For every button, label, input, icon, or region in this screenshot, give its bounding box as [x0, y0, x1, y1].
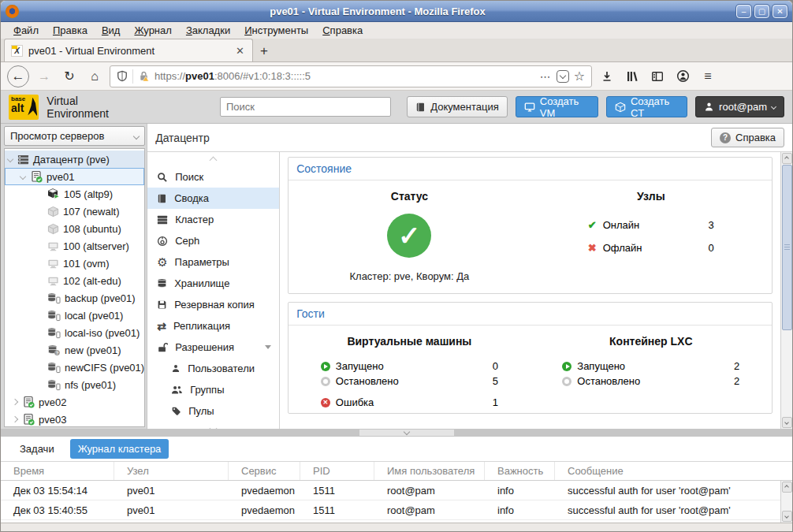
tree-item-vm-100[interactable]: 100 (altserver) — [5, 237, 144, 255]
menu-scroll-up[interactable] — [147, 154, 279, 166]
database-icon — [157, 278, 167, 289]
tree-item-ct-105[interactable]: 105 (altp9) — [5, 185, 144, 203]
tree-item-datacenter[interactable]: Датацентр (pve) — [5, 151, 144, 168]
close-button[interactable] — [773, 5, 787, 18]
minimize-button[interactable] — [736, 5, 751, 18]
tree-item-storage-backup[interactable]: backup (pve01) — [5, 289, 144, 307]
tab-tasks[interactable]: Задачи — [12, 439, 62, 459]
tree-item-vm-101[interactable]: 101 (ovm) — [5, 255, 144, 272]
storage-icon — [47, 379, 61, 391]
menu-view[interactable]: Вид — [95, 24, 127, 37]
tab-pve01[interactable]: X pve01 - Virtual Environment ✕ — [4, 39, 253, 61]
col-pid[interactable]: PID — [300, 462, 374, 480]
scroll-down-button[interactable] — [782, 417, 792, 428]
tree-item-pve02[interactable]: pve02 — [5, 393, 144, 411]
scrollbar-thumb[interactable] — [782, 165, 792, 330]
sidebar-toggle-icon[interactable] — [647, 66, 668, 87]
tree-item-pve03[interactable]: pve03 — [5, 411, 144, 427]
col-time[interactable]: Время — [1, 462, 114, 480]
scroll-down-button[interactable] — [782, 511, 792, 522]
help-button[interactable]: Справка — [711, 128, 784, 147]
url-bar[interactable]: https://pve01:8006/#v1:0:18:3:::::5 ⋯ ☆ — [110, 65, 592, 87]
reload-button[interactable]: ↻ — [59, 66, 80, 87]
menu-item-ceph[interactable]: Ceph — [147, 230, 279, 251]
splitter-collapse-handle[interactable] — [359, 430, 454, 436]
horizontal-splitter[interactable] — [1, 429, 792, 437]
section-collapse-icon[interactable] — [265, 345, 271, 349]
menu-item-backup[interactable]: Резервная копия — [147, 294, 279, 315]
maximize-button[interactable] — [754, 5, 769, 18]
menu-bookmarks[interactable]: Закладки — [180, 24, 236, 37]
scroll-up-button[interactable] — [782, 153, 792, 164]
resource-sidebar: Просмотр серверов Датацентр (pve) pve01 … — [1, 124, 147, 429]
menu-file[interactable]: Файл — [7, 24, 45, 37]
collapsed-chevron-icon[interactable] — [12, 416, 18, 422]
tree-item-storage-new[interactable]: ? new (pve01) — [5, 341, 144, 359]
cluster-ok-icon — [387, 214, 431, 258]
col-user[interactable]: Имя пользователя — [374, 462, 485, 480]
menu-item-options[interactable]: ⚙ Параметры — [147, 251, 279, 273]
account-icon[interactable] — [672, 66, 693, 87]
user-menu-button[interactable]: root@pam — [695, 96, 784, 117]
log-row[interactable]: Дек 03 15:40:55 pve01 pvedaemon 1511 roo… — [1, 500, 780, 520]
menu-item-pools[interactable]: Пулы — [147, 400, 279, 422]
menu-item-groups[interactable]: Группы — [147, 379, 279, 400]
forward-button[interactable]: → — [34, 66, 54, 87]
page-actions-icon[interactable]: ⋯ — [540, 70, 552, 83]
tree-item-storage-local-iso[interactable]: local-iso (pve01) — [5, 324, 144, 341]
menu-tools[interactable]: Инструменты — [238, 24, 315, 37]
home-button[interactable]: ⌂ — [84, 66, 105, 87]
expand-chevron-icon[interactable] — [20, 173, 26, 180]
tree-item-storage-local[interactable]: local (pve01) — [5, 307, 144, 324]
tab-close-icon[interactable]: ✕ — [234, 45, 246, 57]
tree-item-storage-nfs[interactable]: nfs (pve01) — [5, 376, 144, 393]
bookmark-star-icon[interactable]: ☆ — [574, 69, 585, 84]
storage-icon — [47, 362, 61, 374]
downloads-icon[interactable] — [597, 66, 617, 87]
menu-item-storage[interactable]: Хранилище — [147, 273, 279, 294]
create-vm-button[interactable]: Создать VM — [516, 96, 598, 117]
documentation-button[interactable]: Документация — [407, 96, 508, 117]
tree-item-ct-108[interactable]: 108 (ubuntu) — [5, 220, 144, 237]
health-panel-title: Состояние — [289, 158, 772, 180]
tree-item-vm-102[interactable]: 102 (alt-edu) — [5, 272, 144, 289]
view-mode-select[interactable]: Просмотр серверов — [4, 126, 145, 146]
menu-edit[interactable]: Правка — [47, 24, 94, 37]
menu-help[interactable]: Справка — [316, 24, 369, 37]
tree-item-pve01[interactable]: pve01 — [5, 168, 144, 185]
menu-history[interactable]: Журнал — [128, 24, 177, 37]
hamburger-menu-icon[interactable]: ≡ — [698, 66, 718, 87]
menu-item-users[interactable]: Пользователи — [147, 358, 279, 379]
menu-scroll-down[interactable] — [147, 422, 279, 429]
create-ct-button[interactable]: Создать CT — [606, 96, 687, 117]
pocket-icon[interactable] — [557, 70, 569, 83]
basealt-logo: base alt — [9, 95, 39, 120]
expand-chevron-icon[interactable] — [7, 156, 13, 162]
menu-item-replication[interactable]: ⇄ Репликация — [147, 315, 279, 337]
global-search-input[interactable] — [220, 97, 391, 117]
tree-item-ct-107[interactable]: 107 (newalt) — [5, 203, 144, 220]
collapsed-chevron-icon[interactable] — [12, 399, 18, 405]
tab-cluster-log[interactable]: Журнал кластера — [70, 439, 169, 459]
insecure-lock-icon[interactable] — [138, 70, 150, 82]
scroll-up-button[interactable] — [782, 482, 792, 493]
back-button[interactable]: ← — [7, 65, 29, 87]
col-node[interactable]: Узел — [114, 462, 229, 480]
menu-item-summary[interactable]: Сводка — [147, 188, 279, 209]
tags-icon — [171, 406, 181, 416]
menu-item-search[interactable]: Поиск — [147, 166, 279, 188]
cube-icon — [615, 102, 626, 113]
menu-item-cluster[interactable]: Кластер — [147, 209, 279, 230]
col-message[interactable]: Сообщение — [555, 462, 792, 480]
main-area: Просмотр серверов Датацентр (pve) pve01 … — [1, 124, 792, 429]
menu-item-permissions[interactable]: Разрешения — [147, 337, 279, 358]
tree-item-storage-newcifs[interactable]: newCIFS (pve01) — [5, 359, 144, 376]
tracking-shield-icon[interactable] — [117, 70, 128, 82]
library-icon[interactable] — [622, 66, 642, 87]
content-scrollbar[interactable] — [780, 152, 792, 429]
col-severity[interactable]: Важность — [485, 462, 555, 480]
log-scrollbar[interactable] — [780, 481, 792, 523]
log-row[interactable]: Дек 03 15:54:14 pve01 pvedaemon 1511 roo… — [1, 481, 780, 500]
col-service[interactable]: Сервис — [229, 462, 300, 480]
new-tab-button[interactable]: + — [253, 41, 275, 61]
